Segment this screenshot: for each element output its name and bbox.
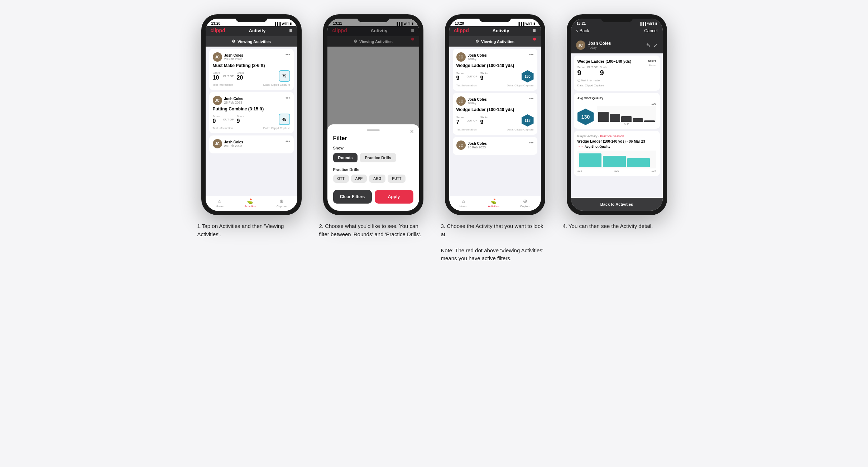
drills-label-2: Practice Drills: [333, 167, 413, 172]
card-menu-1-2[interactable]: •••: [286, 96, 290, 101]
card-menu-3-3[interactable]: •••: [529, 140, 534, 146]
nav-capture-3[interactable]: ⊕ Capture: [520, 198, 530, 208]
activity-card-3-2[interactable]: JC Josh Coles Today ••• Wedge Ladder (10…: [453, 93, 537, 135]
detail-title-group-4: Wedge Ladder (100–140 yds) Score 9 OUT O…: [577, 59, 632, 87]
battery-icon-1: ▮: [290, 22, 292, 25]
step-1-container: 13:20 ▐▐▐ WiFi ▮ clippd Activity ≡ ⚙ V: [196, 14, 307, 238]
hamburger-menu-3[interactable]: ≡: [533, 28, 536, 33]
app-header-3: clippd Activity ≡: [449, 26, 541, 36]
card-title-3-2: Wedge Ladder (100-140 yds): [456, 107, 534, 112]
status-icons-1: ▐▐▐ WiFi ▮: [274, 22, 291, 25]
quality-badge-1-2: 45: [279, 114, 290, 125]
phone-notch-3: [479, 14, 511, 22]
card-menu-3-1[interactable]: •••: [529, 52, 534, 57]
step-4-description: 4. You can then see the Activity detail.: [561, 222, 672, 230]
edit-icon-4[interactable]: ✎: [646, 42, 651, 48]
card-menu-1-1[interactable]: •••: [286, 52, 290, 57]
page-container: 13:20 ▐▐▐ WiFi ▮ clippd Activity ≡ ⚙ V: [183, 14, 685, 263]
nav-activities-3[interactable]: ⛳ Activities: [488, 198, 499, 208]
filter-icon-1: ⚙: [232, 39, 235, 44]
score-group-3-1: Score 9: [456, 72, 464, 81]
ott-btn-2[interactable]: OTT: [333, 175, 349, 183]
detail-section-title-4: Wedge Ladder (100–140 yds): [577, 59, 632, 63]
phone-screen-3: 13:20 ▐▐▐ WiFi ▮ clippd Activity ≡ ⚙ V: [449, 19, 541, 211]
detail-actions-4: ✎ ⤢: [646, 42, 658, 48]
arg-btn-2[interactable]: ARG: [369, 175, 385, 183]
activity-card-1-1[interactable]: JC Josh Coles 28 Feb 2023 ••• Must Make …: [209, 49, 294, 90]
filter-btn-group-2: Rounds Practice Drills: [333, 153, 413, 162]
activities-icon-1: ⛳: [247, 198, 253, 204]
quality-badge-1-1: 75: [279, 70, 290, 82]
step-3-container: 13:20 ▐▐▐ WiFi ▮ clippd Activity ≡ ⚙ V: [440, 14, 551, 263]
score-group-3-2: Score 7: [456, 116, 464, 125]
user-text-3-1: Josh Coles Today: [468, 53, 487, 61]
card-stats-1-1: Score 10 OUT OF Shots 20 75: [213, 70, 290, 82]
card-menu-3-2[interactable]: •••: [529, 96, 534, 101]
card-header-3-2: JC Josh Coles Today •••: [456, 96, 534, 106]
modal-actions-2: Clear Filters Apply: [333, 190, 413, 204]
status-icons-4: ▐▐▐ WiFi ▮: [639, 22, 657, 25]
cancel-btn-4[interactable]: Cancel: [644, 28, 657, 33]
step-2-container: 13:21 ▐▐▐ WiFi ▮ clippd Activity ≡ ⚙ V: [318, 14, 429, 238]
nav-activities-1[interactable]: ⛳ Activities: [244, 198, 256, 208]
nav-capture-1[interactable]: ⊕ Capture: [277, 198, 287, 208]
activity-card-1-3[interactable]: JC Josh Coles 28 Feb 2023 •••: [209, 135, 294, 153]
apply-btn-2[interactable]: Apply: [375, 190, 413, 204]
user-name-3-3: Josh Coles: [468, 142, 487, 146]
hamburger-menu-1[interactable]: ≡: [289, 28, 292, 33]
home-icon-3: ⌂: [462, 198, 465, 204]
nav-home-1[interactable]: ⌂ Home: [216, 198, 224, 208]
sq-x-label-4: APP: [597, 123, 656, 125]
filter-modal-2: ✕ Filter Show Rounds Practice Drills Pra…: [327, 124, 419, 211]
card-footer-1-2: Test Information Data: Clippd Capture: [213, 127, 290, 130]
sq-chart-container-4: 130 130 APP: [577, 102, 656, 125]
activity-list-3: JC Josh Coles Today ••• Wedge Ladder (10…: [449, 47, 541, 196]
modal-handle-2: [367, 129, 380, 131]
capture-icon-1: ⊕: [279, 198, 284, 204]
user-name-1-3: Josh Coles: [224, 140, 243, 144]
activity-card-1-2[interactable]: JC Josh Coles 28 Feb 2023 ••• Putting Co…: [209, 92, 294, 133]
card-footer-3-1: Test Information Data: Clippd Capture: [456, 84, 534, 87]
putt-btn-2[interactable]: PUTT: [388, 175, 406, 183]
sq-bar-3-4: [621, 116, 632, 122]
shots-group-1-2: Shots 9: [236, 115, 244, 124]
user-name-1-2: Josh Coles: [224, 97, 243, 101]
app-btn-2[interactable]: APP: [351, 175, 367, 183]
practice-btn-2[interactable]: Practice Drills: [360, 153, 396, 162]
back-to-activities-4[interactable]: Back to Activities: [571, 198, 663, 211]
wifi-icon-3: WiFi: [526, 22, 532, 25]
shots-group-1-1: Shots 20: [236, 71, 244, 81]
phone-notch-1: [235, 14, 268, 22]
nav-home-3[interactable]: ⌂ Home: [460, 198, 467, 208]
activity-card-3-1[interactable]: JC Josh Coles Today ••• Wedge Ladder (10…: [453, 49, 537, 91]
card-user-info-1-2: JC Josh Coles 28 Feb 2023: [213, 96, 243, 105]
battery-icon-4: ▮: [655, 22, 657, 25]
card-stats-3-1: Score 9 OUT OF Shots 9 130: [456, 70, 534, 82]
clear-filters-btn-2[interactable]: Clear Filters: [333, 190, 372, 204]
status-icons-3: ▐▐▐ WiFi ▮: [517, 22, 535, 25]
user-text-1-3: Josh Coles 28 Feb 2023: [224, 140, 243, 148]
avatar-4: JC: [576, 40, 585, 50]
quality-badge-3-2: 118: [522, 114, 534, 127]
detail-user-row-4: JC Josh Coles Today ✎ ⤢: [571, 37, 663, 53]
modal-close-2[interactable]: ✕: [410, 129, 414, 134]
card-stats-3-2: Score 7 OUT OF Shots 9 118: [456, 114, 534, 127]
activity-list-1: JC Josh Coles 28 Feb 2023 ••• Must Make …: [206, 47, 297, 196]
back-btn-4[interactable]: < Back: [576, 28, 589, 33]
app-header-1: clippd Activity ≡: [206, 26, 297, 36]
card-user-info-3-2: JC Josh Coles Today: [456, 96, 487, 106]
avg-sq-sub-label-4: →→ Avg Shot Quality: [577, 145, 656, 148]
phone-2: 13:21 ▐▐▐ WiFi ▮ clippd Activity ≡ ⚙ V: [323, 14, 423, 215]
expand-icon-4[interactable]: ⤢: [653, 42, 658, 48]
user-text-1-1: Josh Coles 28 Feb 2023: [224, 53, 243, 61]
sq-hex-4: 130: [577, 109, 594, 125]
card-menu-1-3[interactable]: •••: [286, 139, 290, 144]
card-header-3-3: JC Josh Coles 28 Feb 2023 •••: [456, 140, 534, 150]
viewing-banner-1[interactable]: ⚙ Viewing Activities: [206, 36, 297, 47]
card-user-info-3-3: JC Josh Coles 28 Feb 2023: [456, 140, 487, 150]
rounds-btn-2[interactable]: Rounds: [333, 153, 358, 162]
info-line-4: ⓘ Test Information: [577, 78, 632, 82]
battery-icon-3: ▮: [533, 22, 535, 25]
activity-card-3-3[interactable]: JC Josh Coles 28 Feb 2023 •••: [453, 137, 537, 155]
viewing-banner-3[interactable]: ⚙ Viewing Activities: [449, 36, 541, 47]
